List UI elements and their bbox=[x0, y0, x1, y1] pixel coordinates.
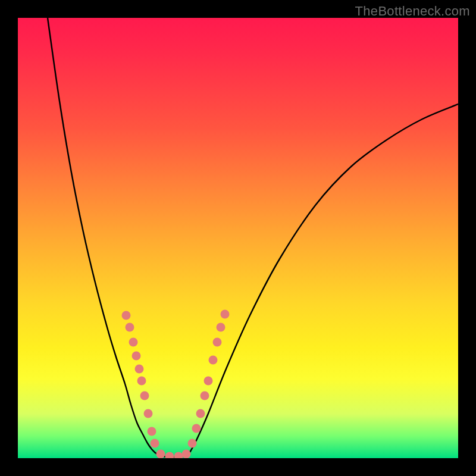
data-dot bbox=[192, 424, 201, 433]
data-dot bbox=[137, 377, 146, 386]
data-dot bbox=[132, 352, 141, 361]
data-dot bbox=[151, 439, 159, 448]
data-dot bbox=[209, 356, 218, 365]
watermark-text: TheBottleneck.com bbox=[355, 4, 470, 19]
data-dot bbox=[221, 310, 230, 319]
data-dot bbox=[140, 392, 149, 400]
data-dot bbox=[204, 377, 213, 386]
data-dot bbox=[217, 323, 226, 332]
data-dot bbox=[182, 450, 191, 459]
data-dot bbox=[126, 323, 134, 332]
dot-group bbox=[122, 310, 230, 459]
data-dot bbox=[135, 365, 144, 374]
data-dot bbox=[201, 392, 209, 400]
data-dot bbox=[165, 452, 174, 459]
chart-frame bbox=[18, 18, 458, 458]
data-dot bbox=[156, 450, 165, 459]
curve-right bbox=[189, 104, 458, 453]
data-dot bbox=[196, 409, 205, 418]
chart-svg bbox=[18, 18, 458, 458]
data-dot bbox=[129, 338, 138, 347]
data-dot bbox=[144, 409, 153, 418]
data-dot bbox=[213, 338, 222, 347]
data-dot bbox=[174, 452, 183, 459]
curve-left bbox=[48, 18, 156, 453]
data-dot bbox=[148, 427, 156, 436]
data-dot bbox=[122, 311, 131, 320]
data-dot bbox=[188, 439, 197, 448]
